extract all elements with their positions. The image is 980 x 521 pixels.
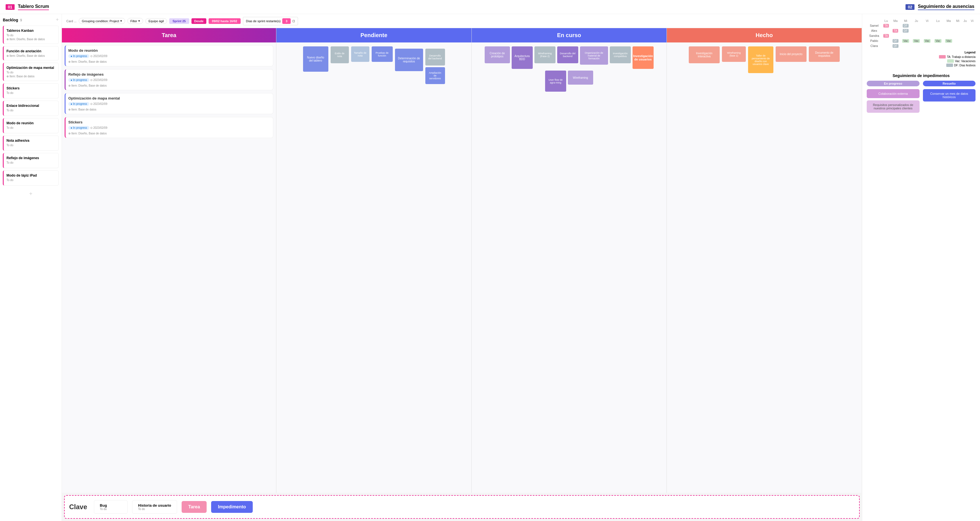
sidebar-item-tableros-kanban[interactable]: Tableros Kanban To do ⊕ Item: Diseño, Ba… <box>3 25 59 44</box>
sticker-desarrollo-backend-enc[interactable]: Desarrollo del backend <box>557 46 578 63</box>
date-chip[interactable]: Desde <box>191 18 206 24</box>
legend-title: Legend <box>867 51 975 54</box>
sidebar-item-modo-lapiz[interactable]: Modo de lápiz iPad To do <box>3 170 59 186</box>
cal-cell: Vac <box>902 39 909 43</box>
backlog-title: Backlog <box>3 18 18 22</box>
sidebar-card-status: To do <box>6 144 56 147</box>
sticker-investigacion-comp[interactable]: Investigación competitiva <box>610 46 631 63</box>
impediments-section: Seguimiento de impedimentos En progreso … <box>867 73 975 115</box>
sticker-wireframing[interactable]: Wireframing <box>568 70 593 84</box>
task-date: ⊙ 2023/02/09 <box>90 78 107 81</box>
sticker-pruebas[interactable]: Pruebas de función <box>372 46 393 62</box>
sticker-tamano-nota[interactable]: Tamaño de nota <box>351 46 369 62</box>
cal-name: Clara <box>867 43 881 48</box>
sidebar-item-funcion-anotacion[interactable]: Función de anotación ⊕ Item: Diseño, Bas… <box>3 46 59 61</box>
cal-name: Samel <box>867 23 881 28</box>
sticker-wireframing-fase2[interactable]: Wireframing (Fase 2) <box>535 46 555 63</box>
sidebar-item-reflejo-imagenes[interactable]: Reflejo de imágenes To do <box>3 153 59 168</box>
sidebar-card-status: To do <box>6 178 56 182</box>
board-number-1: 01 <box>6 4 14 10</box>
task-card-optimizacion[interactable]: Optimización de mapa mental ● In progres… <box>65 93 273 114</box>
sidebar-item-stickers[interactable]: Stickers To do <box>3 83 59 99</box>
task-title: Optimización de mapa mental <box>68 96 270 100</box>
key-historia-sub: To do <box>138 508 171 511</box>
toolbar: Card ... Grouping condition: Project ▾ F… <box>62 14 862 28</box>
grouping-chip[interactable]: Grouping condition: Project ▾ <box>79 18 125 24</box>
sidebar-card-status: To do <box>6 71 56 74</box>
imp-card-conservar[interactable]: Conservar un mes de datos históricos <box>923 89 976 102</box>
cal-header: Ma <box>943 19 954 23</box>
calendar-row-alex: Alex TA DF <box>867 28 975 33</box>
sidebar-card-status: To do <box>6 34 56 37</box>
sticker-determinacion[interactable]: Determinación de requisitos <box>395 49 423 71</box>
cal-cell: DF <box>892 44 899 48</box>
en-curso-column: En curso Creación de prototipos Arquitec… <box>472 28 667 493</box>
days-label: Días de sprint restante(s) <box>246 19 281 23</box>
legend-df: DF: Días festivos <box>954 64 975 67</box>
sidebar: Backlog 9 + Tableros Kanban To do ⊕ Item… <box>0 14 62 521</box>
board-title-2: Seguimiento de ausencias <box>918 4 974 10</box>
sidebar-card-status: To do <box>6 109 56 112</box>
cal-header: Vi <box>922 19 932 23</box>
sprint-chip[interactable]: Sprint 25 <box>169 18 189 24</box>
cal-cell: DF <box>892 39 899 43</box>
key-historia: Historia de usuario To do <box>132 500 177 514</box>
days-icon: ◻ <box>293 19 295 23</box>
sticker-organizacion[interactable]: Organización de material de formación <box>580 46 608 65</box>
task-card-stickers[interactable]: Stickers ● In progress ⊙ 2023/02/09 ⊕ It… <box>65 117 273 138</box>
sticker-estilo-nota[interactable]: Estilo de nota <box>331 46 349 63</box>
task-badge: ● In progress <box>68 78 89 82</box>
card-label: Card ... <box>66 19 76 23</box>
cal-cell: Vac <box>934 39 942 43</box>
add-backlog-button[interactable]: + <box>56 17 59 23</box>
task-item: ⊕ Item: Base de datos <box>68 108 270 111</box>
task-card-modo-reunion[interactable]: Modo de reunión ● In progress ⊙ 2023/02/… <box>65 45 273 66</box>
sticker-creacion-prototipos[interactable]: Creación de prototipos <box>485 46 510 63</box>
sidebar-item-enlace[interactable]: Enlace bidireccional To do <box>3 100 59 116</box>
calendar-row-pablo: Pablo DF Vac Vac Vac Vac Vac <box>867 38 975 43</box>
sticker-desarrollo-backend[interactable]: Desarrollo del backend <box>425 49 445 65</box>
cal-name: Sandra <box>867 33 881 38</box>
sidebar-item-nota-adhesiva[interactable]: Nota adhesiva To do <box>3 135 59 151</box>
sticker-user-flow[interactable]: User flow de agra-ming <box>545 70 566 92</box>
grouping-label: Grouping condition: Project <box>82 19 119 23</box>
sidebar-card-status: To do <box>6 161 56 164</box>
team-chip[interactable]: Equipo ágil <box>145 18 167 24</box>
sidebar-item-modo-reunion[interactable]: Modo de reunión To do <box>3 118 59 133</box>
sticker-arquitectura-bdd[interactable]: Arquitectura BDD <box>512 46 533 69</box>
cal-cell: TA <box>883 24 889 27</box>
add-item-button[interactable]: + <box>29 191 33 197</box>
sidebar-item-optimizacion-mapa[interactable]: Optimización de mapa mental To do ⊕ Item… <box>3 63 59 81</box>
cal-header: Lu <box>932 19 943 23</box>
task-item: ⊕ Item: Diseño, Base de datos <box>68 132 270 135</box>
key-section: Clave Bug To do Historia de usuario To d… <box>64 495 860 519</box>
cal-cell: Vac <box>924 39 931 43</box>
sticker-wireframing-fase1[interactable]: Wireframing (fase 1) <box>722 46 746 62</box>
hecho-column: Hecho Investigación interactiva Wirefram… <box>667 28 862 493</box>
tarea-column: Tarea Modo de reunión ● In progress ⊙ 20… <box>62 28 276 493</box>
sticker-investigacion-interactiva[interactable]: Investigación interactiva <box>689 46 720 63</box>
cal-header: Ju <box>911 19 922 23</box>
date-range-chip[interactable]: 09/02 hasta 16/02 <box>208 18 241 24</box>
imp-resuelto-header: Resuelto <box>923 81 976 86</box>
filter-chip[interactable]: Filter ▾ <box>127 18 143 24</box>
task-title: Modo de reunión <box>68 48 270 53</box>
sticker-investigacion-usuarios[interactable]: Investigación de usuarios <box>633 46 654 69</box>
sticker-nuevo-diseno[interactable]: Nuevo diseño del tablero <box>303 46 328 72</box>
key-bug-title: Bug <box>100 503 122 508</box>
cal-header: Ma <box>891 19 900 23</box>
imp-card-colaboracion[interactable]: Colaboración externa <box>867 89 920 98</box>
days-chip: Días de sprint restante(s) 3 ◻ <box>243 17 298 25</box>
task-card-reflejo-imagenes[interactable]: Reflejo de imágenes ● In progress ⊙ 2023… <box>65 69 273 90</box>
calendar-row-sandra: Sandra TA <box>867 33 975 38</box>
sticker-inicio-proyecto[interactable]: Inicio del proyecto <box>776 46 807 62</box>
imp-card-requisitos[interactable]: Requisitos personalizados de nuestros pr… <box>867 100 920 113</box>
sidebar-card-status: To do <box>6 126 56 129</box>
sticker-documento-requisitos[interactable]: Documento de requisitos <box>809 46 840 62</box>
board-title-1: Tablero Scrum <box>18 4 49 10</box>
sidebar-card-title: Optimización de mapa mental <box>6 66 56 70</box>
legend-ta: TA: Trabajo a distancia <box>947 56 975 59</box>
sticker-taller[interactable]: Taller de pensamiento de diseño con usua… <box>748 46 773 73</box>
hecho-body: Investigación interactiva Wireframing (f… <box>667 43 862 493</box>
sticker-ampliacion[interactable]: Ampliación de servidores <box>425 67 445 84</box>
